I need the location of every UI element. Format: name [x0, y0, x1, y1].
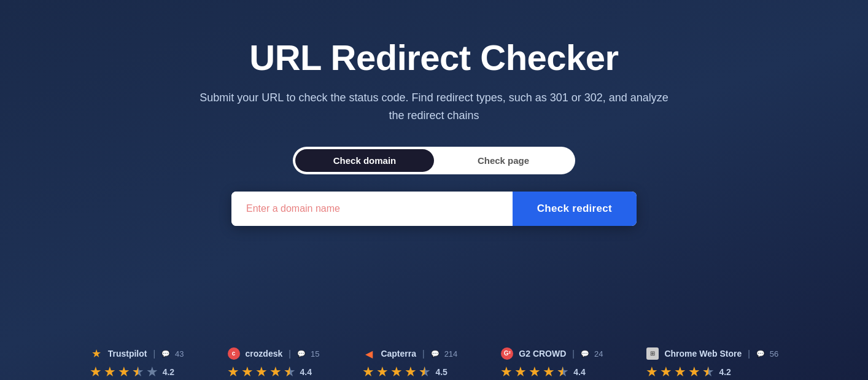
tab-switcher: Check domain Check page [293, 147, 575, 174]
tab-check-page[interactable]: Check page [434, 149, 573, 172]
star-half: ★ ★ [702, 364, 715, 380]
star-half: ★ ★ [419, 364, 431, 380]
comment-icon: 💬 [297, 350, 306, 358]
rating-divider: | [748, 349, 750, 359]
comment-icon: 💬 [431, 350, 440, 358]
rating-header: G² G2 CROWD | 💬 24 [500, 347, 603, 360]
star-full: ★ [90, 364, 102, 380]
stars-row: ★★★★ ★ ★ 4.2 [646, 364, 730, 380]
star-full: ★ [543, 364, 555, 380]
page-subtitle: Submit your URL to check the status code… [195, 89, 673, 125]
platform-name: Capterra [381, 349, 416, 359]
star-full: ★ [514, 364, 527, 380]
star-full: ★ [118, 364, 130, 380]
hero-section: URL Redirect Checker Submit your URL to … [158, 37, 710, 275]
rating-count: 43 [175, 349, 184, 359]
rating-header: ⊞ Chrome Web Store | 💬 56 [646, 347, 778, 360]
rating-item: ★ Trustpilot | 💬 43 ★★★ ★ ★ ★ 4.2 [90, 347, 184, 380]
rating-score: 4.4 [300, 367, 312, 377]
star-full: ★ [646, 364, 658, 380]
star-full: ★ [376, 364, 389, 380]
rating-item: ◀ Capterra | 💬 214 ★★★★ ★ ★ 4.5 [362, 347, 457, 380]
rating-divider: | [422, 349, 425, 359]
star-full: ★ [500, 364, 513, 380]
stars-row: ★★★★ ★ ★ 4.5 [362, 364, 447, 380]
rating-divider: | [289, 349, 291, 359]
star-half: ★ ★ [557, 364, 569, 380]
page-title: URL Redirect Checker [249, 37, 618, 78]
star-full: ★ [255, 364, 268, 380]
rating-item: G² G2 CROWD | 💬 24 ★★★★ ★ ★ 4.4 [500, 347, 603, 380]
rating-header: ◀ Capterra | 💬 214 [362, 347, 457, 360]
star-empty: ★ [146, 364, 158, 380]
comment-icon: 💬 [581, 350, 589, 358]
star-full: ★ [674, 364, 686, 380]
platform-name: G2 CROWD [519, 349, 566, 359]
stars-row: ★★★★ ★ ★ 4.4 [227, 364, 312, 380]
rating-divider: | [572, 349, 575, 359]
check-redirect-button[interactable]: Check redirect [513, 192, 637, 226]
rating-count: 214 [444, 349, 458, 359]
stars-row: ★★★★ ★ ★ 4.4 [500, 364, 585, 380]
rating-score: 4.2 [719, 367, 730, 377]
comment-icon: 💬 [161, 350, 170, 358]
star-half: ★ ★ [284, 364, 296, 380]
search-bar: Check redirect [231, 192, 637, 226]
star-full: ★ [269, 364, 282, 380]
star-full: ★ [241, 364, 254, 380]
star-full: ★ [362, 364, 374, 380]
tab-check-domain[interactable]: Check domain [295, 149, 434, 172]
platform-icon: ⊞ [646, 347, 659, 360]
search-input[interactable] [231, 192, 513, 226]
platform-icon: ◀ [362, 347, 376, 360]
rating-item: ⊞ Chrome Web Store | 💬 56 ★★★★ ★ ★ 4.2 [646, 347, 778, 380]
star-full: ★ [660, 364, 672, 380]
rating-score: 4.4 [573, 367, 585, 377]
platform-name: Chrome Web Store [664, 349, 742, 359]
rating-count: 24 [594, 349, 603, 359]
rating-count: 15 [311, 349, 319, 359]
stars-row: ★★★ ★ ★ ★ 4.2 [90, 364, 174, 380]
rating-item: c crozdesk | 💬 15 ★★★★ ★ ★ 4.4 [227, 347, 320, 380]
star-half: ★ ★ [132, 364, 144, 380]
comment-icon: 💬 [756, 350, 765, 358]
star-full: ★ [390, 364, 403, 380]
rating-score: 4.5 [435, 367, 447, 377]
star-full: ★ [227, 364, 239, 380]
platform-icon: G² [500, 347, 514, 360]
platform-icon: ★ [90, 347, 103, 360]
platform-name: Trustpilot [108, 349, 147, 359]
star-full: ★ [104, 364, 116, 380]
platform-name: crozdesk [246, 349, 283, 359]
rating-score: 4.2 [163, 367, 174, 377]
star-full: ★ [405, 364, 417, 380]
rating-header: c crozdesk | 💬 15 [227, 347, 320, 360]
platform-icon: c [227, 347, 241, 360]
star-full: ★ [529, 364, 541, 380]
rating-count: 56 [770, 349, 778, 359]
star-full: ★ [688, 364, 700, 380]
ratings-section: ★ Trustpilot | 💬 43 ★★★ ★ ★ ★ 4.2 c croz… [0, 347, 868, 380]
rating-header: ★ Trustpilot | 💬 43 [90, 347, 184, 360]
rating-divider: | [153, 349, 155, 359]
